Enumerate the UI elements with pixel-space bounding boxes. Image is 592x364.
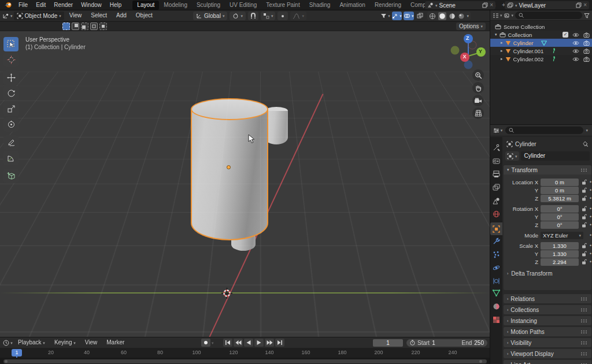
workspace-tab-texture-paint[interactable]: Texture Paint: [261, 1, 304, 10]
workspace-tab-rendering[interactable]: Rendering: [370, 1, 406, 10]
shading-wireframe-button[interactable]: [429, 13, 436, 20]
scrollbar-handle-right[interactable]: [479, 360, 482, 363]
cylinder-002-hide-icon[interactable]: [572, 57, 579, 62]
tool-measure[interactable]: [3, 151, 18, 165]
panel-grip-icon[interactable]: [580, 308, 588, 312]
workspace-tab-sculpting[interactable]: Sculpting: [192, 1, 225, 10]
outliner-filter-id-dropdown[interactable]: ▾: [504, 11, 514, 20]
viewlayer-icon[interactable]: [507, 2, 513, 8]
timer-icon[interactable]: [410, 340, 415, 346]
shading-rendered-button[interactable]: [458, 13, 465, 20]
select-mode-subtract-button[interactable]: [81, 23, 88, 30]
location-y-field[interactable]: 0 m: [541, 187, 579, 194]
tab-material[interactable]: [493, 303, 500, 310]
scene-name[interactable]: Scene: [439, 2, 481, 9]
prev-keyframe-button[interactable]: [234, 339, 243, 347]
navigation-gizmo[interactable]: Z Y X: [445, 32, 490, 74]
cylinder-001-render-icon[interactable]: [583, 49, 590, 54]
scene-icon[interactable]: [427, 2, 434, 8]
rotation-y-field[interactable]: 0°: [541, 213, 579, 221]
outliner-row-scene-collection[interactable]: Scene Collection: [490, 23, 592, 31]
playhead[interactable]: 1: [12, 349, 22, 356]
tool-scale[interactable]: [3, 102, 18, 116]
jump-to-end-button[interactable]: [275, 339, 284, 347]
panel-grip-icon[interactable]: [580, 319, 588, 323]
pivot-point-dropdown[interactable]: ▾: [230, 12, 246, 20]
scene-copy-icon[interactable]: [482, 2, 488, 8]
collection-render-icon[interactable]: [583, 32, 590, 38]
workspace-tab-layout[interactable]: Layout: [132, 1, 159, 10]
menu-help[interactable]: Help: [106, 0, 126, 10]
animate-dot-icon[interactable]: •: [590, 179, 591, 186]
shading-solid-button[interactable]: [438, 12, 446, 20]
proportional-editing-toggle[interactable]: [278, 12, 288, 20]
tab-world[interactable]: [493, 210, 500, 218]
animate-dot-icon[interactable]: •: [590, 205, 591, 213]
workspace-tab-modeling[interactable]: Modeling: [159, 1, 192, 10]
cylinder-render-icon[interactable]: [583, 40, 590, 46]
lock-icon[interactable]: [582, 187, 587, 193]
panel-instancing[interactable]: ›Instancing: [504, 316, 591, 325]
tool-add-cube[interactable]: [3, 169, 18, 183]
timeline-menu-view[interactable]: View: [81, 337, 102, 348]
viewport-menu-select[interactable]: Select: [87, 10, 111, 21]
panel-grip-icon[interactable]: [580, 168, 588, 172]
tab-tool[interactable]: [493, 144, 500, 151]
lock-icon[interactable]: [582, 222, 587, 228]
shading-dropdown-icon[interactable]: ▾: [467, 14, 469, 18]
scale-z-field[interactable]: 2.294: [541, 258, 579, 266]
tab-particles[interactable]: [493, 251, 500, 258]
select-mode-set-button[interactable]: [62, 23, 70, 30]
animate-dot-icon[interactable]: •: [590, 195, 591, 202]
blender-logo-icon[interactable]: [4, 2, 12, 8]
lock-icon[interactable]: [582, 251, 587, 257]
scale-y-field[interactable]: 1.330: [541, 250, 579, 258]
menu-window[interactable]: Window: [77, 0, 106, 10]
tab-view-layer[interactable]: [493, 184, 500, 191]
location-z-field[interactable]: 5.3812 m: [541, 195, 579, 202]
tab-constraints[interactable]: [493, 277, 500, 285]
frame-start-value[interactable]: 1: [432, 340, 435, 346]
outliner-display-mode-dropdown[interactable]: ▾: [493, 11, 502, 20]
zoom-button[interactable]: [472, 69, 484, 81]
location-x-field[interactable]: 0 m: [541, 179, 579, 186]
object-types-visibility-dropdown[interactable]: ▾: [380, 12, 390, 20]
properties-search-input[interactable]: [505, 127, 583, 134]
collection-expand-icon[interactable]: ▾: [495, 32, 497, 37]
scene-dropdown-icon[interactable]: ▾: [435, 3, 438, 8]
properties-filter-dropdown-icon[interactable]: ▾: [586, 128, 590, 132]
workspace-tab-animation[interactable]: Animation: [335, 1, 369, 10]
timeline-scrollbar[interactable]: [0, 358, 490, 364]
viewport-menu-object[interactable]: Object: [132, 10, 157, 21]
select-mode-intersect-button[interactable]: [99, 23, 107, 30]
cylinder-001-hide-icon[interactable]: [572, 49, 579, 54]
animate-dot-icon[interactable]: •: [590, 258, 591, 266]
collection-hide-icon[interactable]: [572, 32, 579, 38]
options-dropdown[interactable]: Options ▾: [456, 23, 486, 30]
transform-panel-header[interactable]: ▾ Transform: [504, 165, 591, 174]
tab-object-active[interactable]: [490, 222, 502, 235]
cylinder-001-expand-icon[interactable]: ▸: [501, 49, 503, 53]
collection-checkbox[interactable]: ✓: [563, 32, 568, 38]
menu-file[interactable]: File: [14, 0, 32, 10]
panel-relations[interactable]: ›Relations: [504, 294, 591, 303]
panel-collections[interactable]: ›Collections: [504, 305, 591, 314]
workspace-tab-uv-editing[interactable]: UV Editing: [225, 1, 261, 10]
delta-transform-panel[interactable]: › Delta Transform: [507, 270, 552, 277]
menu-render[interactable]: Render: [50, 0, 77, 10]
current-frame-field[interactable]: 1: [373, 339, 403, 347]
animate-dot-icon[interactable]: •: [590, 250, 591, 258]
object-id-icon-button[interactable]: ▾: [505, 151, 519, 161]
pan-hand-button[interactable]: [472, 82, 484, 94]
tab-output[interactable]: [493, 170, 500, 178]
tab-texture[interactable]: [493, 316, 500, 324]
scale-x-field[interactable]: 1.330: [541, 242, 579, 250]
frame-end-value[interactable]: 250: [474, 340, 484, 346]
viewlayer-copy-icon[interactable]: [576, 2, 582, 8]
panel-grip-icon[interactable]: [580, 330, 588, 334]
animate-dot-icon[interactable]: •: [590, 213, 591, 221]
cylinder-002-render-icon[interactable]: [583, 57, 590, 62]
viewport-menu-add[interactable]: Add: [112, 10, 131, 21]
viewport-menu-view[interactable]: View: [65, 10, 86, 21]
gizmo-z-label[interactable]: Z: [466, 35, 469, 41]
